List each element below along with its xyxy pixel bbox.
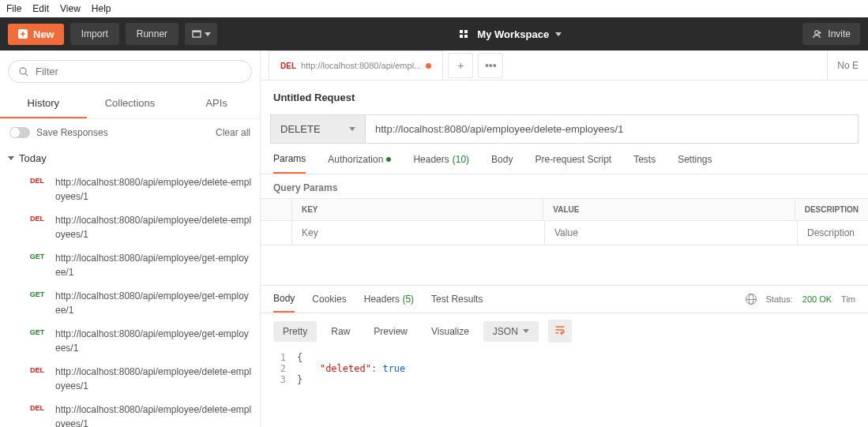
history-item[interactable]: GEThttp://localhost:8080/api/employee/ge… [0, 246, 260, 284]
qp-desc-input[interactable] [807, 227, 859, 238]
format-select[interactable]: JSON [483, 321, 539, 342]
caret-down-icon [205, 32, 211, 36]
filter-input[interactable] [36, 66, 242, 77]
invite-icon [812, 28, 823, 39]
save-responses-label: Save Responses [36, 127, 108, 138]
globe-icon[interactable] [746, 294, 757, 305]
resp-tab-testresults[interactable]: Test Results [431, 286, 483, 313]
history-url: http://localhost:8080/api/employee/get-e… [55, 327, 252, 355]
request-title: Untitled Request [261, 81, 868, 114]
history-url: http://localhost:8080/api/employee/delet… [55, 403, 252, 427]
qp-head-key: KEY [292, 199, 543, 220]
svg-rect-4 [464, 30, 468, 33]
line-number: 3 [273, 374, 297, 385]
plus-icon [17, 28, 28, 39]
menu-edit[interactable]: Edit [32, 3, 49, 14]
history-item[interactable]: GEThttp://localhost:8080/api/employee/ge… [0, 322, 260, 360]
save-responses-toggle[interactable] [9, 127, 30, 138]
tab-url: http://localhost:8080/api/empl... [301, 61, 421, 70]
history-url: http://localhost:8080/api/employee/delet… [55, 365, 252, 393]
history-method: DEL [27, 365, 47, 374]
history-item[interactable]: DELhttp://localhost:8080/api/employee/de… [0, 170, 260, 208]
window-icon [191, 28, 202, 39]
search-icon [18, 66, 29, 77]
new-tab-button[interactable]: + [448, 53, 473, 78]
tab-headers[interactable]: Headers (10) [413, 153, 469, 174]
svg-rect-2 [193, 31, 201, 32]
tab-authorization[interactable]: Authorization [328, 153, 391, 174]
qp-key-input[interactable] [302, 227, 535, 238]
request-tab[interactable]: DEL http://localhost:8080/api/empl... [269, 51, 443, 80]
tab-params[interactable]: Params [273, 153, 306, 174]
code-text: { [297, 352, 302, 363]
import-button[interactable]: Import [70, 23, 119, 45]
status-value: 200 OK [802, 294, 832, 304]
sidebar-tab-collections[interactable]: Collections [87, 89, 174, 118]
svg-rect-5 [460, 35, 463, 38]
invite-label: Invite [828, 28, 851, 39]
filter-input-wrap[interactable] [8, 60, 252, 83]
history-item[interactable]: GEThttp://localhost:8080/api/employee/ge… [0, 284, 260, 322]
sidebar-tab-apis[interactable]: APIs [173, 89, 260, 118]
menu-view[interactable]: View [60, 3, 81, 14]
tab-settings[interactable]: Settings [678, 153, 712, 174]
history-item[interactable]: DELhttp://localhost:8080/api/employee/de… [0, 208, 260, 246]
response-tabs: Body Cookies Headers (5) Test Results St… [261, 285, 868, 313]
history-item[interactable]: DELhttp://localhost:8080/api/employee/de… [0, 398, 260, 427]
history-item[interactable]: DELhttp://localhost:8080/api/employee/de… [0, 360, 260, 398]
history-url: http://localhost:8080/api/employee/get-e… [55, 251, 252, 279]
new-button[interactable]: New [8, 24, 64, 45]
tab-body[interactable]: Body [491, 153, 513, 174]
toolbar: New Import Runner My Workspace Invite [0, 17, 868, 51]
response-body-view[interactable]: 1{2 "deleted": true3} [261, 349, 868, 388]
sidebar-tab-history[interactable]: History [0, 89, 87, 118]
today-header[interactable]: Today [0, 146, 260, 170]
invite-button[interactable]: Invite [802, 23, 860, 45]
time-label: Tim [841, 294, 855, 304]
status-label: Status: [766, 294, 793, 304]
line-number: 2 [273, 363, 297, 374]
menu-bar: File Edit View Help [0, 0, 868, 17]
svg-rect-6 [464, 35, 468, 38]
preview-button[interactable]: Preview [364, 321, 417, 342]
raw-button[interactable]: Raw [321, 321, 359, 342]
url-input[interactable] [366, 115, 858, 143]
pretty-button[interactable]: Pretty [273, 321, 317, 342]
workspace-label: My Workspace [477, 28, 549, 40]
svg-point-8 [20, 68, 26, 74]
qp-head-desc: DESCRIPTION [795, 199, 868, 220]
workspace-dropdown[interactable]: My Workspace [477, 28, 562, 40]
auth-dot-icon [386, 157, 391, 162]
runner-button[interactable]: Runner [126, 23, 178, 45]
menu-file[interactable]: File [6, 3, 21, 14]
sidebar: History Collections APIs Save Responses … [0, 51, 261, 427]
wrap-lines-button[interactable] [548, 320, 572, 343]
request-tabs: DEL http://localhost:8080/api/empl... + … [261, 51, 868, 81]
resp-tab-body[interactable]: Body [273, 286, 295, 313]
qp-value-input[interactable] [554, 227, 787, 238]
svg-rect-3 [460, 30, 463, 33]
visualize-button[interactable]: Visualize [422, 321, 479, 342]
code-text: } [297, 374, 302, 385]
environment-dropdown[interactable]: No E [827, 51, 868, 81]
resp-tab-cookies[interactable]: Cookies [312, 286, 346, 313]
query-params-label: Query Params [261, 174, 868, 198]
today-label: Today [19, 152, 47, 164]
tab-options-button[interactable]: ••• [478, 53, 503, 78]
resp-tab-headers[interactable]: Headers (5) [364, 286, 414, 313]
tab-tests[interactable]: Tests [633, 153, 656, 174]
clear-all-button[interactable]: Clear all [216, 127, 250, 138]
caret-down-icon [523, 329, 529, 333]
tab-prerequest[interactable]: Pre-request Script [535, 153, 611, 174]
history-method: DEL [27, 213, 47, 223]
grid-icon [458, 28, 469, 39]
method-select[interactable]: DELETE [271, 115, 366, 143]
window-mode-button[interactable] [185, 23, 217, 45]
menu-help[interactable]: Help [92, 3, 111, 14]
new-button-label: New [33, 28, 54, 40]
line-number: 1 [273, 352, 297, 363]
query-params-table: KEY VALUE DESCRIPTION [261, 198, 868, 245]
svg-point-7 [815, 31, 819, 35]
sidebar-tabs: History Collections APIs [0, 89, 260, 119]
history-url: http://localhost:8080/api/employee/delet… [55, 213, 252, 242]
